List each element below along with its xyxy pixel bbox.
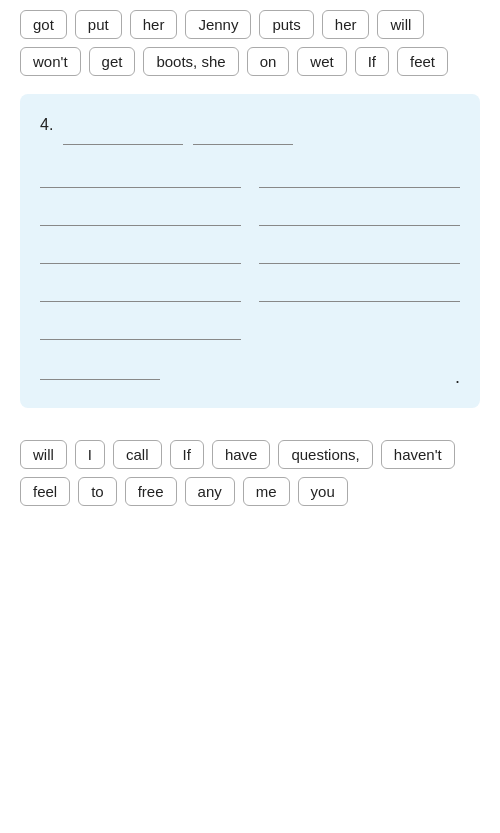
word-chip[interactable]: got	[20, 10, 67, 39]
word-chip[interactable]: will	[20, 440, 67, 469]
word-chip[interactable]: get	[89, 47, 136, 76]
word-chip[interactable]: her	[322, 10, 370, 39]
blank-left-5[interactable]	[40, 312, 241, 340]
word-chip[interactable]: If	[355, 47, 389, 76]
blank-left-1[interactable]	[40, 160, 241, 188]
word-chip[interactable]: won't	[20, 47, 81, 76]
word-chip[interactable]: on	[247, 47, 290, 76]
blank-right-3[interactable]	[259, 236, 460, 264]
header-blank-1[interactable]	[63, 117, 183, 145]
word-chip[interactable]: If	[170, 440, 204, 469]
blank-left-2[interactable]	[40, 198, 241, 226]
blank-left-4[interactable]	[40, 274, 241, 302]
word-chip[interactable]: Jenny	[185, 10, 251, 39]
word-chip[interactable]: wet	[297, 47, 346, 76]
period-dot: .	[455, 367, 460, 390]
blank-left-3[interactable]	[40, 236, 241, 264]
word-chip[interactable]: puts	[259, 10, 313, 39]
period-row: .	[40, 352, 460, 390]
word-bank-1: got put her Jenny puts her will won't ge…	[20, 10, 480, 76]
word-chip[interactable]: have	[212, 440, 271, 469]
blank-right-4[interactable]	[259, 274, 460, 302]
word-chip[interactable]: haven't	[381, 440, 455, 469]
sentence-col-right	[259, 160, 460, 350]
period-blank-col	[40, 352, 451, 390]
word-bank-2: will I call If have questions, haven't f…	[20, 440, 480, 506]
blank-right-1[interactable]	[259, 160, 460, 188]
word-chip[interactable]: questions,	[278, 440, 372, 469]
header-blank-2[interactable]	[193, 117, 293, 145]
exercise-box-4: 4. .	[20, 94, 480, 408]
word-chip[interactable]: boots, she	[143, 47, 238, 76]
word-chip[interactable]: her	[130, 10, 178, 39]
exercise-number: 4.	[40, 116, 53, 134]
sentence-grid	[40, 160, 460, 350]
word-chip[interactable]: call	[113, 440, 162, 469]
exercise-header: 4.	[40, 116, 460, 146]
blank-right-2[interactable]	[259, 198, 460, 226]
word-chip[interactable]: you	[298, 477, 348, 506]
blank-last[interactable]	[40, 352, 160, 380]
word-chip[interactable]: I	[75, 440, 105, 469]
word-chip[interactable]: put	[75, 10, 122, 39]
word-chip[interactable]: will	[377, 10, 424, 39]
word-chip[interactable]: feel	[20, 477, 70, 506]
word-chip[interactable]: any	[185, 477, 235, 506]
word-chip[interactable]: feet	[397, 47, 448, 76]
sentence-col-left	[40, 160, 241, 350]
word-chip[interactable]: to	[78, 477, 117, 506]
word-chip[interactable]: me	[243, 477, 290, 506]
word-chip[interactable]: free	[125, 477, 177, 506]
